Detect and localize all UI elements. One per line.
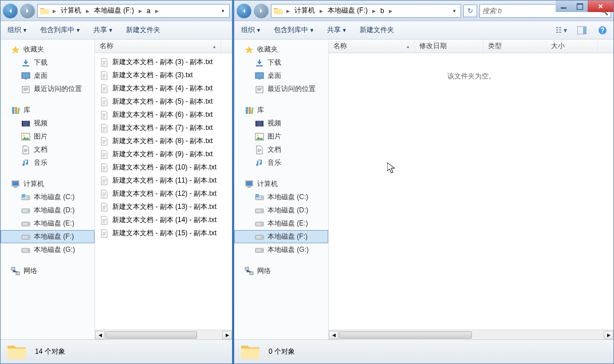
chevron-right-icon[interactable]: ▸ [388, 7, 393, 15]
file-item[interactable]: 新建文本文档 - 副本 (9) - 副本.txt [95, 148, 232, 161]
file-item[interactable]: 新建文本文档 - 副本 (13) - 副本.txt [95, 200, 232, 213]
column-size[interactable]: 大小 [546, 39, 598, 53]
scroll-right-button[interactable]: ▸ [222, 331, 232, 339]
scroll-left-button[interactable]: ◂ [95, 331, 105, 339]
file-item[interactable]: 新建文本文档 - 副本 (7) - 副本.txt [95, 121, 232, 134]
toolbar: 组织 ▼ 包含到库中 ▼ 共享 ▼ 新建文件夹 ☷ ▾ ? [234, 21, 613, 39]
file-item[interactable]: 新建文本文档 - 副本 (5) - 副本.txt [95, 95, 232, 108]
sidebar-item[interactable]: 图片 [234, 130, 328, 143]
chevron-right-icon[interactable]: ▸ [85, 7, 90, 15]
address-bar[interactable]: ▸ 计算机 ▸ 本地磁盘 (F:) ▸ b ▸ ▾ [271, 4, 461, 18]
sidebar-item[interactable]: 音乐 [234, 156, 328, 169]
crumb-disk[interactable]: 本地磁盘 (F:) [92, 5, 136, 17]
new-folder-button[interactable]: 新建文件夹 [357, 23, 396, 37]
library-icon [245, 106, 254, 115]
back-button[interactable] [3, 3, 18, 18]
history-dropdown[interactable]: ▾ [451, 8, 458, 14]
sidebar-favorites[interactable]: 收藏夹 [1, 43, 95, 56]
sidebar-favorites[interactable]: 收藏夹 [234, 43, 328, 56]
crumb-computer[interactable]: 计算机 [58, 5, 84, 17]
chevron-right-icon[interactable]: ▸ [371, 7, 377, 15]
forward-button[interactable] [20, 3, 35, 18]
sidebar-item[interactable]: 图片 [1, 130, 95, 143]
close-button[interactable] [588, 1, 613, 12]
chevron-right-icon[interactable]: ▸ [52, 7, 57, 15]
file-list[interactable]: 该文件夹为空。 [329, 53, 613, 330]
history-dropdown[interactable]: ▾ [219, 8, 227, 14]
sidebar-libraries[interactable]: 库 [1, 104, 95, 117]
sidebar-item[interactable]: 最近访问的位置 [234, 82, 328, 96]
organize-menu[interactable]: 组织 ▼ [5, 23, 30, 37]
scroll-right-button[interactable]: ▸ [604, 331, 613, 339]
help-button[interactable]: ? [596, 24, 609, 37]
view-options-button[interactable]: ☷ ▾ [555, 24, 568, 37]
file-item[interactable]: 新建文本文档 - 副本 (8) - 副本.txt [95, 134, 232, 148]
share-menu[interactable]: 共享 ▼ [325, 23, 349, 37]
scroll-left-button[interactable]: ◂ [329, 331, 339, 339]
file-item[interactable]: 新建文本文档 - 副本 (10) - 副本.txt [95, 161, 232, 174]
file-list[interactable]: 新建文本文档 - 副本 (3) - 副本.txt新建文本文档 - 副本 (3).… [95, 53, 232, 330]
sidebar-computer[interactable]: 计算机 [234, 177, 328, 191]
sidebar-item[interactable]: 桌面 [1, 69, 95, 82]
column-modified[interactable]: 修改日期 [415, 39, 483, 53]
minimize-button[interactable] [556, 1, 572, 12]
crumb-folder[interactable]: b [378, 6, 387, 16]
share-menu[interactable]: 共享 ▼ [91, 23, 116, 37]
sidebar-item[interactable]: 下载 [234, 56, 328, 69]
sidebar-disk-item[interactable]: 本地磁盘 (D:) [1, 204, 95, 217]
file-item[interactable]: 新建文本文档 - 副本 (6) - 副本.txt [95, 108, 232, 121]
sidebar-disk-item[interactable]: 本地磁盘 (C:) [234, 191, 328, 204]
sidebar-item[interactable]: 文档 [234, 143, 328, 156]
preview-pane-button[interactable] [576, 24, 588, 37]
include-library-menu[interactable]: 包含到库中 ▼ [38, 23, 83, 37]
chevron-right-icon[interactable]: ▸ [285, 7, 291, 15]
file-item[interactable]: 新建文本文档 - 副本 (11) - 副本.txt [95, 174, 232, 187]
sidebar-item[interactable]: 最近访问的位置 [1, 82, 95, 96]
file-item[interactable]: 新建文本文档 - 副本 (12) - 副本.txt [95, 187, 232, 200]
forward-button[interactable] [254, 3, 269, 18]
crumb-disk[interactable]: 本地磁盘 (F:) [325, 5, 370, 17]
organize-menu[interactable]: 组织 ▼ [239, 23, 263, 37]
back-button[interactable] [237, 3, 251, 18]
sidebar-network[interactable]: 网络 [1, 264, 95, 278]
sidebar-disk-item[interactable]: 本地磁盘 (G:) [234, 243, 328, 256]
file-item[interactable]: 新建文本文档 - 副本 (15) - 副本.txt [95, 227, 232, 240]
file-item[interactable]: 新建文本文档 - 副本 (14) - 副本.txt [95, 213, 232, 227]
crumb-computer[interactable]: 计算机 [292, 5, 317, 17]
sidebar-disk-item[interactable]: 本地磁盘 (F:) [1, 230, 95, 243]
address-bar[interactable]: ▸ 计算机 ▸ 本地磁盘 (F:) ▸ a ▸ ▾ [37, 4, 230, 18]
star-icon [245, 45, 254, 54]
file-item[interactable]: 新建文本文档 - 副本 (4) - 副本.txt [95, 82, 232, 95]
crumb-folder[interactable]: a [144, 6, 153, 16]
maximize-button[interactable] [572, 1, 588, 12]
sidebar-disk-item[interactable]: 本地磁盘 (D:) [234, 204, 328, 217]
sidebar-item[interactable]: 下载 [1, 56, 95, 69]
chevron-right-icon[interactable]: ▸ [154, 7, 160, 15]
horizontal-scrollbar[interactable]: ◂ ▸ [329, 330, 613, 339]
sidebar-disk-item[interactable]: 本地磁盘 (E:) [1, 217, 95, 230]
sidebar-disk-item[interactable]: 本地磁盘 (E:) [234, 217, 328, 230]
sidebar-computer[interactable]: 计算机 [1, 177, 95, 191]
sidebar-item[interactable]: 文档 [1, 143, 95, 156]
sidebar-disk-item[interactable]: 本地磁盘 (C:) [1, 191, 95, 204]
include-library-menu[interactable]: 包含到库中 ▼ [271, 23, 317, 37]
chevron-right-icon[interactable]: ▸ [137, 7, 143, 15]
column-name[interactable]: 名称▴ [329, 39, 415, 53]
sidebar-network[interactable]: 网络 [234, 264, 328, 278]
chevron-right-icon[interactable]: ▸ [318, 7, 324, 15]
column-name[interactable]: 名称▴ [95, 39, 221, 53]
horizontal-scrollbar[interactable]: ◂ ▸ [95, 330, 232, 339]
sidebar-item[interactable]: 音乐 [1, 156, 95, 169]
new-folder-button[interactable]: 新建文件夹 [124, 23, 163, 37]
sidebar-item[interactable]: 桌面 [234, 69, 328, 82]
svg-point-11 [23, 134, 25, 136]
sidebar-item[interactable]: 视频 [1, 117, 95, 130]
sidebar-item[interactable]: 视频 [234, 117, 328, 130]
refresh-button[interactable]: ↻ [463, 5, 477, 17]
sidebar-disk-item[interactable]: 本地磁盘 (F:) [234, 230, 328, 243]
column-type[interactable]: 类型 [483, 39, 546, 53]
file-item[interactable]: 新建文本文档 - 副本 (3).txt [95, 69, 232, 82]
file-item[interactable]: 新建文本文档 - 副本 (3) - 副本.txt [95, 56, 232, 69]
sidebar-libraries[interactable]: 库 [234, 104, 328, 117]
sidebar-disk-item[interactable]: 本地磁盘 (G:) [1, 243, 95, 256]
